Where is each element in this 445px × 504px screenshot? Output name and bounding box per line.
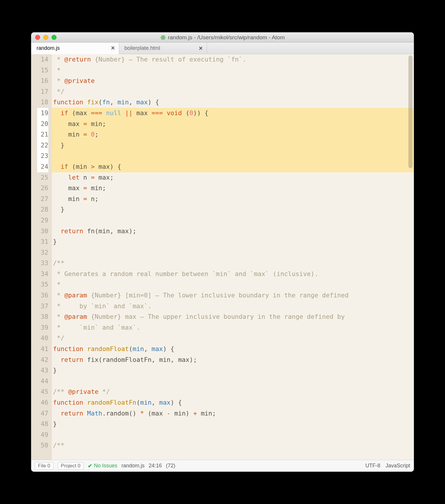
text-editor[interactable]: 1415161718192021222324252627282930313233… [31,54,414,460]
zoom-window-button[interactable] [52,35,57,40]
code-line[interactable]: } [52,365,414,376]
line-number[interactable]: 21 [37,129,48,140]
line-number[interactable]: 14 [37,54,48,65]
code-line[interactable]: */ [52,86,414,97]
line-number[interactable]: 25 [37,172,48,183]
code-line[interactable]: * Generates a random real number between… [52,269,414,280]
minimize-window-button[interactable] [43,35,48,40]
line-number[interactable]: 46 [37,397,48,408]
code-line[interactable]: * `min` and `max`. [52,322,414,333]
code-line[interactable]: * @param {Number} max – The upper inclus… [52,311,414,322]
line-number[interactable]: 34 [37,269,48,280]
status-grammar[interactable]: JavaScript [386,463,410,469]
line-number[interactable]: 26 [37,183,48,194]
code-line[interactable]: function randomFloatFn(min, max) { [52,397,414,408]
code-line[interactable]: function randomFloat(min, max) { [52,344,414,355]
line-number[interactable]: 23 [37,151,48,161]
line-number[interactable]: 24 [37,161,48,172]
line-number[interactable]: 30 [37,226,48,237]
close-tab-icon[interactable]: × [199,45,203,52]
code-line[interactable] [52,151,414,161]
scrollbar-thumb[interactable] [408,55,413,168]
code-line[interactable]: * [52,279,414,290]
code-line[interactable]: let n = max; [52,172,414,183]
line-number[interactable]: 38 [37,311,48,322]
tab-boilerplate-html[interactable]: boilerplate.html × [119,42,207,54]
code-line[interactable] [52,430,414,440]
code-line[interactable]: return Math.random() * (max - min) + min… [52,408,414,419]
traffic-lights [31,35,57,40]
code-line[interactable]: * @param {Number} [min=0] – The lower in… [52,290,414,301]
line-number[interactable]: 32 [37,247,48,258]
line-number[interactable]: 43 [37,365,48,376]
line-number[interactable]: 18 [37,97,48,108]
close-tab-icon[interactable]: × [111,44,115,52]
line-number[interactable]: 49 [37,430,48,440]
window-title-text: random.js - /Users/mikol/src/wip/random … [168,34,285,41]
line-number[interactable]: 47 [37,408,48,419]
line-number-gutter[interactable]: 1415161718192021222324252627282930313233… [31,54,52,460]
line-number[interactable]: 39 [37,322,48,333]
code-line[interactable]: max = min; [52,183,414,194]
code-line[interactable]: if (max === null || max === void (0)) { [52,108,414,119]
code-line[interactable]: return fix(randomFloatFn, min, max); [52,355,414,365]
code-line[interactable]: /** [52,258,414,269]
line-number[interactable]: 48 [37,419,48,430]
linter-status[interactable]: No Issues [88,463,117,469]
code-line[interactable]: max = min; [52,119,414,130]
code-area[interactable]: * @return {Number} – The result of execu… [52,54,414,460]
line-number[interactable]: 28 [37,204,48,215]
status-encoding[interactable]: UTF-8 [365,463,380,469]
line-number[interactable]: 22 [37,140,48,151]
code-line[interactable]: min = n; [52,194,414,205]
code-line[interactable] [52,376,414,387]
code-line[interactable] [52,215,414,226]
code-line[interactable]: } [52,204,414,215]
code-line[interactable]: * @return {Number} – The result of execu… [52,54,414,65]
code-line[interactable]: /** @private */ [52,386,414,397]
line-number[interactable]: 33 [37,258,48,269]
diagnostics-file-button[interactable]: File 0 [35,462,54,470]
close-window-button[interactable] [35,35,40,40]
line-number[interactable]: 20 [37,119,48,130]
window-title: random.js - /Users/mikol/src/wip/random … [31,34,414,41]
status-filename[interactable]: random.js [121,463,145,469]
vertical-scrollbar[interactable] [408,55,413,459]
line-number[interactable]: 15 [37,65,48,76]
line-number[interactable]: 16 [37,76,48,86]
code-line[interactable]: min = 0; [52,129,414,140]
svg-point-0 [163,37,164,38]
tab-random-js[interactable]: random.js × [31,42,119,54]
code-line[interactable]: if (min > max) { [52,161,414,172]
line-number[interactable]: 36 [37,290,48,301]
line-number[interactable]: 40 [37,333,48,344]
code-line[interactable]: */ [52,333,414,344]
line-number[interactable]: 42 [37,355,48,365]
code-line[interactable]: * by `min` and `max`. [52,301,414,312]
line-number[interactable]: 45 [37,386,48,397]
code-line[interactable]: * [52,65,414,76]
line-number[interactable]: 29 [37,215,48,226]
code-line[interactable] [52,247,414,258]
line-number[interactable]: 37 [37,301,48,312]
code-line[interactable]: } [52,236,414,247]
code-line[interactable]: return fn(min, max); [52,226,414,237]
line-number[interactable]: 19 [37,108,48,119]
code-line[interactable]: /** [52,440,414,451]
line-number[interactable]: 27 [37,194,48,205]
tab-bar: random.js × boilerplate.html × [31,42,414,54]
line-number[interactable]: 31 [37,236,48,247]
line-number[interactable]: 50 [37,440,48,451]
line-number[interactable]: 17 [37,86,48,97]
line-number[interactable]: 44 [37,376,48,387]
code-line[interactable]: function fix(fn, min, max) { [52,97,414,108]
status-cursor-position[interactable]: 24:16 [149,463,162,469]
code-line[interactable]: * @private [52,76,414,86]
titlebar[interactable]: random.js - /Users/mikol/src/wip/random … [31,33,414,42]
line-number[interactable]: 41 [37,344,48,355]
line-number[interactable]: 35 [37,279,48,290]
tab-label: random.js [37,45,60,51]
diagnostics-project-button[interactable]: Project 0 [58,462,84,470]
code-line[interactable]: } [52,140,414,151]
code-line[interactable]: } [52,419,414,430]
